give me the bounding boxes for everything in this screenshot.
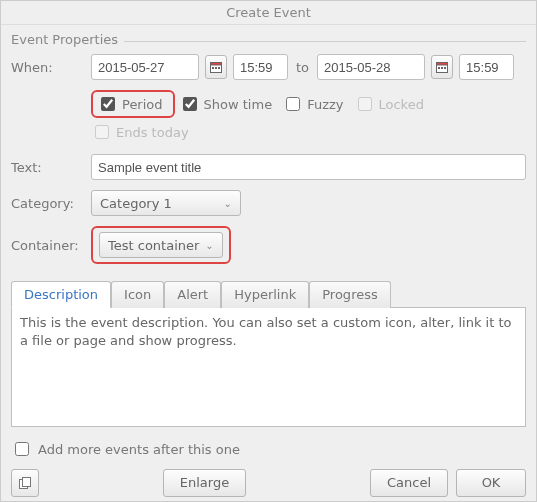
ends-today-checkbox (95, 125, 109, 139)
chevron-down-icon: ⌄ (224, 198, 232, 209)
description-textarea[interactable]: This is the event description. You can a… (11, 307, 526, 427)
create-event-dialog: Create Event Event Properties When: to (0, 0, 537, 502)
end-date-picker-button[interactable] (431, 55, 453, 79)
end-time-input[interactable] (459, 54, 514, 80)
svg-rect-4 (218, 67, 220, 69)
ends-today-label: Ends today (116, 125, 189, 140)
container-value: Test container (108, 238, 199, 253)
period-label: Period (122, 97, 163, 112)
duplicate-button[interactable] (11, 469, 39, 497)
container-row: Container: Test container ⌄ (11, 226, 526, 264)
to-label: to (296, 60, 309, 75)
options-row: Period Show time Fuzzy Locked End (91, 90, 526, 142)
period-checkbox[interactable] (101, 97, 115, 111)
show-time-checkbox[interactable] (183, 97, 197, 111)
dialog-content: Event Properties When: to (1, 25, 536, 502)
tab-description[interactable]: Description (11, 281, 111, 308)
svg-rect-6 (437, 63, 448, 66)
ok-button[interactable]: OK (456, 469, 526, 497)
period-highlight: Period (91, 90, 175, 118)
tab-hyperlink[interactable]: Hyperlink (221, 281, 309, 308)
text-label: Text: (11, 160, 85, 175)
category-row: Category: Category 1 ⌄ (11, 190, 526, 216)
add-more-option[interactable]: Add more events after this one (11, 439, 526, 459)
start-time-input[interactable] (233, 54, 288, 80)
start-date-picker-button[interactable] (205, 55, 227, 79)
title-input[interactable] (91, 154, 526, 180)
svg-rect-11 (23, 478, 31, 487)
locked-option: Locked (354, 94, 424, 114)
svg-rect-3 (215, 67, 217, 69)
period-option[interactable]: Period (97, 94, 163, 114)
show-time-option[interactable]: Show time (179, 94, 273, 114)
fieldset-legend: Event Properties (11, 32, 124, 47)
fuzzy-checkbox[interactable] (286, 97, 300, 111)
ends-today-option: Ends today (91, 122, 189, 142)
tab-icon[interactable]: Icon (111, 281, 164, 308)
category-value: Category 1 (100, 196, 172, 211)
when-row: When: to (11, 54, 526, 80)
tab-alert[interactable]: Alert (164, 281, 221, 308)
end-date-input[interactable] (317, 54, 425, 80)
svg-rect-2 (212, 67, 214, 69)
svg-rect-7 (438, 67, 440, 69)
start-date-input[interactable] (91, 54, 199, 80)
tabs-wrapper: Description Icon Alert Hyperlink Progres… (11, 274, 526, 427)
container-combo[interactable]: Test container ⌄ (99, 232, 223, 258)
fuzzy-option[interactable]: Fuzzy (282, 94, 343, 114)
add-more-label: Add more events after this one (38, 442, 240, 457)
svg-rect-1 (211, 63, 222, 66)
category-combo[interactable]: Category 1 ⌄ (91, 190, 241, 216)
enlarge-button[interactable]: Enlarge (163, 469, 246, 497)
svg-rect-8 (441, 67, 443, 69)
locked-label: Locked (379, 97, 424, 112)
calendar-icon (436, 61, 448, 73)
event-properties-fieldset: Event Properties When: to (11, 41, 526, 459)
text-row: Text: (11, 154, 526, 180)
tab-progress[interactable]: Progress (309, 281, 390, 308)
show-time-label: Show time (204, 97, 273, 112)
dialog-title: Create Event (1, 1, 536, 25)
tabs: Description Icon Alert Hyperlink Progres… (11, 280, 526, 307)
container-highlight: Test container ⌄ (91, 226, 231, 264)
container-label: Container: (11, 238, 85, 253)
when-label: When: (11, 60, 85, 75)
calendar-icon (210, 61, 222, 73)
add-more-checkbox[interactable] (15, 442, 29, 456)
locked-checkbox (358, 97, 372, 111)
svg-rect-9 (444, 67, 446, 69)
chevron-down-icon: ⌄ (205, 240, 213, 251)
copy-icon (18, 476, 32, 490)
cancel-button[interactable]: Cancel (370, 469, 448, 497)
fuzzy-label: Fuzzy (307, 97, 343, 112)
category-label: Category: (11, 196, 85, 211)
button-bar: Enlarge Cancel OK (11, 459, 526, 497)
